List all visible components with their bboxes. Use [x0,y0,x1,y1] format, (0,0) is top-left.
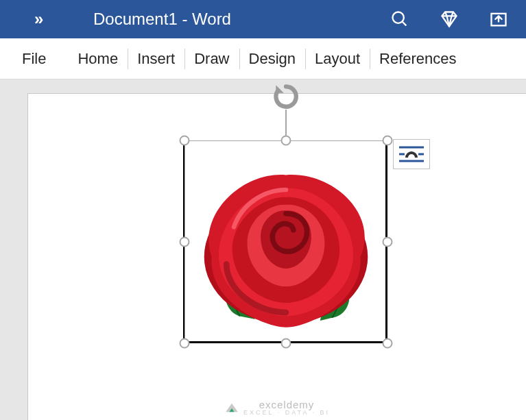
titlebar-actions [389,8,519,30]
titlebar: » Document1 - Word [0,0,526,38]
image-content [189,145,383,338]
qat-overflow[interactable]: » [7,10,89,29]
tab-file[interactable]: File [12,43,68,75]
resize-handle-top-right[interactable] [383,136,393,146]
document-title: Document1 - Word [89,10,389,29]
svg-line-1 [403,22,407,26]
watermark-tagline: EXCEL · DATA · BI [243,409,330,416]
rotate-icon [272,82,300,111]
resize-handle-bottom-left[interactable] [180,338,190,349]
premium-button[interactable] [438,8,460,30]
tab-insert[interactable]: Insert [128,43,184,75]
page[interactable]: exceldemy EXCEL · DATA · BI [27,93,526,420]
watermark: exceldemy EXCEL · DATA · BI [28,399,526,416]
ribbon-display-button[interactable] [488,8,510,30]
chevron-right-double-icon: » [34,10,39,29]
selection-box [184,140,387,343]
layout-options-button[interactable] [393,139,430,169]
tab-layout[interactable]: Layout [305,43,370,75]
resize-handle-bottom-center[interactable] [281,338,291,349]
diamond-icon [440,10,459,29]
search-icon [390,10,409,29]
resize-handle-top-left[interactable] [180,136,190,146]
resize-handle-bottom-right[interactable] [383,338,393,349]
search-button[interactable] [389,8,411,30]
tab-design[interactable]: Design [239,43,305,75]
ribbon: File Home Insert Draw Design Layout Refe… [0,38,526,79]
tab-home[interactable]: Home [68,43,128,75]
watermark-text: exceldemy EXCEL · DATA · BI [243,399,330,416]
layout-options-icon [398,144,425,164]
svg-point-0 [393,12,404,23]
resize-handle-top-center[interactable] [281,136,291,146]
resize-handle-middle-left[interactable] [180,237,190,247]
document-area: exceldemy EXCEL · DATA · BI [0,79,526,420]
tab-draw[interactable]: Draw [184,43,239,75]
tab-references[interactable]: References [370,43,466,75]
ribbon-display-icon [489,10,508,29]
resize-handle-middle-right[interactable] [383,237,393,247]
rotation-handle[interactable] [272,82,300,111]
watermark-icon [224,402,239,413]
rose-icon [189,145,383,338]
selected-image[interactable] [184,140,387,343]
